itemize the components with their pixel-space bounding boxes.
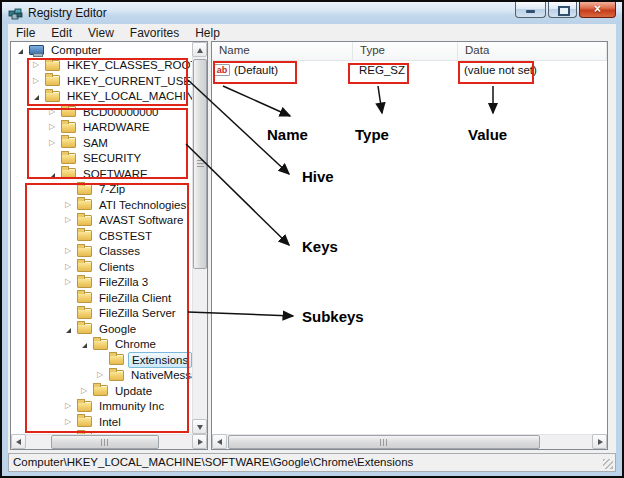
- collapsed-arrow-icon[interactable]: ▷: [65, 201, 77, 209]
- tree-item-intel[interactable]: ▷Intel: [11, 414, 192, 430]
- maximize-icon: [558, 6, 570, 16]
- tree-item-label: BCD00000000: [80, 105, 161, 119]
- collapsed-arrow-icon[interactable]: ▷: [81, 387, 93, 395]
- tree-item-clients[interactable]: ▷Clients: [11, 259, 192, 275]
- scroll-left-button[interactable]: [212, 434, 227, 449]
- expanded-arrow-icon[interactable]: [65, 323, 77, 335]
- tree-item-label: Update: [112, 384, 155, 398]
- folder-icon: [77, 215, 92, 226]
- tree-item-chrome[interactable]: Chrome: [11, 337, 192, 353]
- column-header-data[interactable]: Data: [458, 42, 607, 60]
- menu-item-help[interactable]: Help: [187, 25, 228, 41]
- collapsed-arrow-icon[interactable]: ▷: [33, 61, 45, 69]
- resize-grip[interactable]: [603, 459, 613, 469]
- collapsed-arrow-icon[interactable]: ▷: [97, 371, 109, 379]
- tree-vscroll-thumb[interactable]: [193, 59, 207, 269]
- folder-icon: [61, 168, 76, 179]
- menu-item-favorites[interactable]: Favorites: [122, 25, 187, 41]
- main-area: Computer▷HKEY_CLASSES_ROOT▷HKEY_CURRENT_…: [8, 40, 616, 453]
- tree-item-label: SAM: [80, 136, 111, 150]
- tree-item-security[interactable]: SECURITY: [11, 151, 192, 167]
- scroll-right-icon: [598, 439, 603, 445]
- folder-icon: [77, 230, 92, 241]
- scroll-left-icon: [16, 439, 21, 445]
- tree-item-hkey-classes-root[interactable]: ▷HKEY_CLASSES_ROOT: [11, 58, 192, 74]
- tree-item-computer[interactable]: Computer: [11, 42, 192, 58]
- tree-item-label: HARDWARE: [80, 120, 153, 134]
- collapsed-arrow-icon[interactable]: ▷: [49, 108, 61, 116]
- tree-item-label: HKEY_LOCAL_MACHINE: [64, 89, 192, 103]
- tree-item-sam[interactable]: ▷SAM: [11, 135, 192, 151]
- tree-item-label: Google: [96, 322, 139, 336]
- tree-item-label: AVAST Software: [96, 213, 186, 227]
- tree-item-filezilla-server[interactable]: FileZilla Server: [11, 306, 192, 322]
- close-button[interactable]: ×: [579, 2, 616, 18]
- folder-icon: [77, 292, 92, 303]
- expanded-arrow-icon[interactable]: [33, 90, 45, 102]
- tree-item-7-zip[interactable]: 7-Zip: [11, 182, 192, 198]
- menu-item-edit[interactable]: Edit: [43, 25, 80, 41]
- computer-icon: [29, 45, 44, 55]
- collapsed-arrow-icon[interactable]: ▷: [33, 77, 45, 85]
- folder-icon: [61, 137, 76, 148]
- folder-icon: [77, 308, 92, 319]
- tree-item-software[interactable]: SOFTWARE: [11, 166, 192, 182]
- string-value-icon: ab: [214, 64, 230, 76]
- collapsed-arrow-icon[interactable]: ▷: [65, 418, 77, 426]
- folder-icon: [45, 91, 60, 102]
- expanded-arrow-icon[interactable]: [81, 338, 93, 350]
- collapsed-arrow-icon[interactable]: ▷: [65, 278, 77, 286]
- tree-hscroll-thumb[interactable]: [51, 435, 159, 449]
- list-hscroll-thumb[interactable]: [228, 435, 540, 449]
- folder-icon: [77, 401, 92, 412]
- scroll-right-button[interactable]: [192, 434, 207, 449]
- tree-item-google[interactable]: Google: [11, 321, 192, 337]
- menu-item-file[interactable]: File: [8, 25, 43, 41]
- tree-item-update[interactable]: ▷Update: [11, 383, 192, 399]
- collapsed-arrow-icon[interactable]: ▷: [65, 402, 77, 410]
- tree-item-ati-technologies[interactable]: ▷ATI Technologies: [11, 197, 192, 213]
- maximize-button[interactable]: [548, 2, 577, 18]
- tree-item-classes[interactable]: ▷Classes: [11, 244, 192, 260]
- collapsed-arrow-icon[interactable]: ▷: [65, 247, 77, 255]
- value-row-default[interactable]: ab (Default) REG_SZ (value not set): [212, 62, 607, 78]
- tree-item-extensions[interactable]: Extensions: [11, 352, 192, 368]
- tree-item-label: FileZilla 3: [96, 275, 151, 289]
- collapsed-arrow-icon[interactable]: ▷: [49, 139, 61, 147]
- tree-item-label: FileZilla Client: [96, 291, 174, 305]
- menu-item-view[interactable]: View: [80, 25, 122, 41]
- tree-horizontal-scrollbar[interactable]: [11, 434, 207, 449]
- collapsed-arrow-icon[interactable]: ▷: [49, 123, 61, 131]
- tree-item-label: ATI Technologies: [96, 198, 189, 212]
- scroll-down-button[interactable]: [192, 419, 207, 434]
- expanded-arrow-icon[interactable]: [49, 168, 61, 180]
- minimize-button[interactable]: [515, 2, 546, 18]
- tree-item-nativemessaging[interactable]: ▷NativeMessaging: [11, 368, 192, 384]
- tree-item-filezilla-3[interactable]: ▷FileZilla 3: [11, 275, 192, 291]
- column-header-type[interactable]: Type: [353, 42, 458, 60]
- folder-icon: [61, 122, 76, 133]
- list-horizontal-scrollbar[interactable]: [212, 434, 607, 449]
- tree-pane: Computer▷HKEY_CLASSES_ROOT▷HKEY_CURRENT_…: [10, 41, 208, 450]
- tree-item-filezilla-client[interactable]: FileZilla Client: [11, 290, 192, 306]
- scroll-right-button[interactable]: [592, 434, 607, 449]
- tree-item-label: Computer: [48, 43, 105, 57]
- tree-item-bcd00000000[interactable]: ▷BCD00000000: [11, 104, 192, 120]
- scroll-up-button[interactable]: [192, 42, 207, 57]
- tree-vertical-scrollbar[interactable]: [192, 42, 207, 434]
- folder-icon: [77, 199, 92, 210]
- collapsed-arrow-icon[interactable]: ▷: [65, 216, 77, 224]
- tree-item-hardware[interactable]: ▷HARDWARE: [11, 120, 192, 136]
- folder-icon: [61, 153, 76, 164]
- tree-item-hkey-current-user[interactable]: ▷HKEY_CURRENT_USER: [11, 73, 192, 89]
- titlebar[interactable]: Registry Editor ×: [2, 2, 622, 24]
- expanded-arrow-icon[interactable]: [17, 44, 29, 56]
- tree-item-hkey-local-machine[interactable]: HKEY_LOCAL_MACHINE: [11, 89, 192, 105]
- list-header: NameTypeData: [212, 42, 607, 61]
- collapsed-arrow-icon[interactable]: ▷: [65, 263, 77, 271]
- tree-item-immunity-inc[interactable]: ▷Immunity Inc: [11, 399, 192, 415]
- column-header-name[interactable]: Name: [212, 42, 353, 60]
- scroll-left-button[interactable]: [11, 434, 26, 449]
- tree-item-cbstest[interactable]: CBSTEST: [11, 228, 192, 244]
- tree-item-avast-software[interactable]: ▷AVAST Software: [11, 213, 192, 229]
